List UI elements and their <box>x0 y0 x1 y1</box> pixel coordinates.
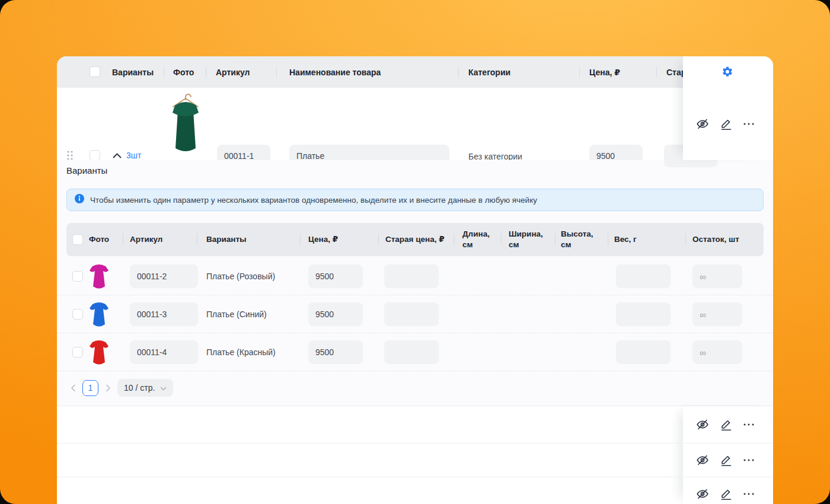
info-banner: Чтобы изменить один параметр у нескольки… <box>66 189 764 211</box>
select-all-checkbox[interactable] <box>90 66 100 77</box>
row-divider <box>57 443 773 444</box>
product-row: Новинки, Обувь, Ботил... <box>57 406 773 444</box>
vheader-divider <box>454 234 454 245</box>
page-current-button[interactable]: 1 <box>82 380 98 396</box>
variant-name: Платье (Красный) <box>206 333 276 371</box>
vcol-stock: Остаток, шт <box>692 223 739 256</box>
vheader-divider <box>378 234 379 245</box>
variant-row: Платье (Розовый) <box>57 257 773 295</box>
variant-sku-input[interactable] <box>130 302 198 326</box>
header-divider <box>164 66 164 78</box>
variant-weight-input[interactable] <box>616 264 671 288</box>
sticky-actions-column <box>683 56 773 160</box>
col-sku: Артикул <box>216 56 250 88</box>
page-size-select[interactable]: 10 / стр. <box>117 379 173 397</box>
variant-stock-input[interactable] <box>692 264 742 288</box>
vheader-divider <box>608 234 608 245</box>
row-checkbox[interactable] <box>90 150 100 161</box>
chevron-up-icon <box>113 150 122 161</box>
header-divider <box>206 66 206 78</box>
settings-gear-icon[interactable] <box>719 63 736 80</box>
col-price: Цена, ₽ <box>589 56 620 88</box>
hide-product-icon[interactable] <box>694 116 711 132</box>
vcol-length: Длина, см <box>462 223 494 256</box>
vheader-divider <box>123 234 123 245</box>
variant-old-price-input[interactable] <box>384 340 439 364</box>
variant-stock-input[interactable] <box>692 340 742 364</box>
col-photo: Фото <box>173 56 194 88</box>
edit-product-icon[interactable] <box>718 416 735 433</box>
variant-row: Платье (Красный) <box>57 333 773 371</box>
header-divider <box>656 66 657 78</box>
variants-select-all-checkbox[interactable] <box>72 234 83 245</box>
col-categories: Категории <box>468 56 510 88</box>
vcol-variant: Варианты <box>206 223 247 256</box>
col-name: Наименование товара <box>289 56 381 88</box>
hide-product-icon[interactable] <box>694 486 711 502</box>
variant-sku-input[interactable] <box>130 340 198 364</box>
variant-checkbox[interactable] <box>72 271 83 282</box>
edit-product-icon[interactable] <box>718 452 735 468</box>
variant-checkbox[interactable] <box>72 347 83 358</box>
vcol-price: Цена, ₽ <box>308 223 338 256</box>
more-actions-icon[interactable] <box>740 486 757 502</box>
variant-checkbox[interactable] <box>72 309 83 320</box>
page-prev-button[interactable] <box>69 384 77 392</box>
vcol-width: Ширина, см <box>509 223 545 256</box>
vheader-divider <box>300 234 301 245</box>
col-variants: Варианты <box>112 56 154 88</box>
product-row-dress: 3шт Без категории <box>57 88 773 160</box>
vcol-weight: Вес, г <box>614 223 637 256</box>
variant-sku-input[interactable] <box>130 264 198 288</box>
variant-photo[interactable] <box>89 263 109 289</box>
variant-name: Платье (Розовый) <box>206 257 275 295</box>
variant-weight-input[interactable] <box>616 340 671 364</box>
variant-old-price-input[interactable] <box>384 264 439 288</box>
products-panel: Варианты Фото Артикул Наименование товар… <box>57 56 773 504</box>
variant-price-input[interactable] <box>308 302 363 326</box>
variant-row: Платье (Синий) <box>57 295 773 333</box>
variants-section: Варианты Чтобы изменить один параметр у … <box>57 160 773 406</box>
vheader-divider <box>197 234 197 245</box>
vheader-divider <box>501 234 502 245</box>
header-divider <box>276 66 277 78</box>
product-photo[interactable] <box>169 91 202 154</box>
vcol-height: Высота, см <box>561 223 596 256</box>
app-background: Варианты Фото Артикул Наименование товар… <box>0 0 830 504</box>
more-actions-icon[interactable] <box>740 416 757 433</box>
header-divider <box>458 66 459 78</box>
info-banner-text: Чтобы изменить один параметр у нескольки… <box>90 196 537 205</box>
page-size-value: 10 / стр. <box>124 383 155 393</box>
edit-product-icon[interactable] <box>718 486 735 502</box>
vcol-photo: Фото <box>89 223 109 256</box>
products-table-header: Варианты Фото Артикул Наименование товар… <box>57 56 773 88</box>
vcol-sku: Артикул <box>130 223 162 256</box>
variants-pagination: 1 10 / стр. <box>69 371 173 404</box>
variant-price-input[interactable] <box>308 264 363 288</box>
variant-old-price-input[interactable] <box>384 302 439 326</box>
variants-count-link: 3шт <box>126 151 141 160</box>
variant-name: Платье (Синий) <box>206 295 267 333</box>
more-actions-icon[interactable] <box>740 452 757 468</box>
page-next-button[interactable] <box>104 384 112 392</box>
edit-product-icon[interactable] <box>718 116 735 132</box>
product-row: Обувь, Ботильоны <box>57 477 773 504</box>
info-icon <box>75 194 84 206</box>
vcol-old-price: Старая цена, ₽ <box>385 223 445 256</box>
hide-product-icon[interactable] <box>694 416 711 433</box>
variant-price-input[interactable] <box>308 340 363 364</box>
chevron-down-icon <box>160 383 167 393</box>
variants-section-title: Варианты <box>66 165 107 176</box>
vheader-divider <box>555 234 556 245</box>
variant-weight-input[interactable] <box>616 302 671 326</box>
variants-table-header: Фото Артикул Варианты Цена, ₽ Старая цен… <box>66 223 764 256</box>
row-divider <box>57 477 773 477</box>
variant-photo[interactable] <box>89 339 109 365</box>
product-row: Обувь, Ботильоны <box>57 444 773 477</box>
vheader-divider <box>685 234 686 245</box>
drag-handle-icon[interactable] <box>66 150 74 161</box>
hide-product-icon[interactable] <box>694 452 711 468</box>
more-actions-icon[interactable] <box>740 116 757 132</box>
variant-photo[interactable] <box>89 301 109 327</box>
variant-stock-input[interactable] <box>692 302 742 326</box>
